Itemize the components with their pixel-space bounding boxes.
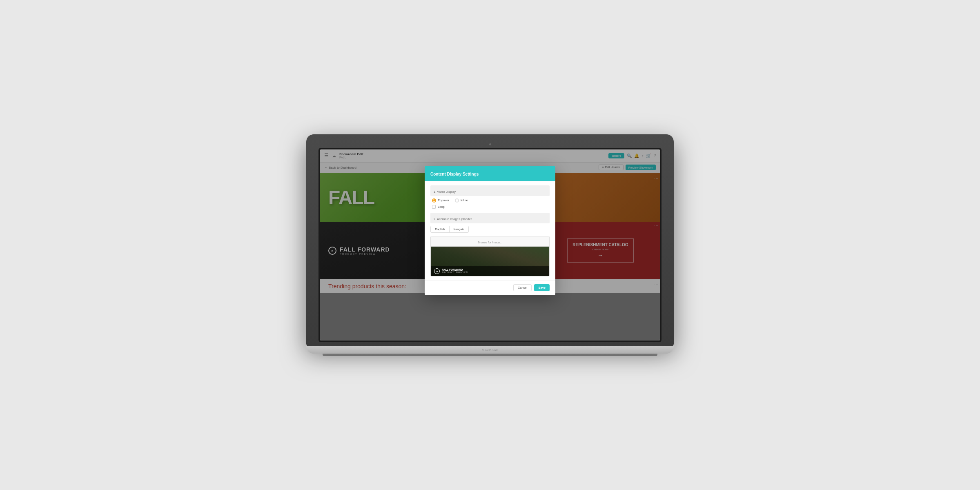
popover-radio-dot <box>432 198 436 203</box>
laptop-base <box>306 346 674 354</box>
preview-title: FALL FORWARD <box>442 268 468 271</box>
laptop-foot <box>323 354 657 356</box>
modal-header: Content Display Settings <box>425 166 555 181</box>
screen: ☰ ☁ Showroom Edit FALL Orders 🔍 🔔 ↑ 🛒 <box>320 149 660 341</box>
browse-label: Browse for Image... <box>478 241 503 244</box>
section2-header: 2. Alternate Image Uploader <box>430 213 550 223</box>
video-display-radio-group: Popover Inline <box>430 198 550 203</box>
popover-label: Popover <box>438 198 449 202</box>
screen-content: ☰ ☁ Showroom Edit FALL Orders 🔍 🔔 ↑ 🛒 <box>320 149 660 341</box>
modal-title: Content Display Settings <box>430 172 479 176</box>
tab-english[interactable]: English <box>431 226 450 232</box>
save-button[interactable]: Save <box>534 284 550 291</box>
popover-radio[interactable]: Popover <box>432 198 449 203</box>
modal-overlay: Content Display Settings 1. Video Displa… <box>320 149 660 341</box>
inline-label: Inline <box>461 198 468 202</box>
camera <box>489 143 491 145</box>
image-preview: ▶ FALL FORWARD PRODUCT PREVIEW <box>431 247 549 276</box>
cancel-button[interactable]: Cancel <box>513 284 532 291</box>
preview-play-icon: ▶ <box>434 268 440 274</box>
inline-radio[interactable]: Inline <box>455 198 468 203</box>
laptop-body: ☰ ☁ Showroom Edit FALL Orders 🔍 🔔 ↑ 🛒 <box>306 134 674 346</box>
loop-label: Loop <box>438 205 445 209</box>
modal-body: 1. Video Display Popover In <box>425 181 555 281</box>
section1-header: 1. Video Display <box>430 185 550 196</box>
section2-label: 2. Alternate Image Uploader <box>434 217 472 221</box>
preview-subtitle: PRODUCT PREVIEW <box>442 271 468 274</box>
browse-bar[interactable]: Browse for Image... <box>431 236 549 247</box>
preview-text: FALL FORWARD PRODUCT PREVIEW <box>442 268 468 274</box>
language-tabs: English français <box>430 226 469 233</box>
image-preview-overlay: ▶ FALL FORWARD PRODUCT PREVIEW <box>431 266 549 276</box>
loop-checkbox[interactable] <box>432 205 436 209</box>
inline-radio-dot <box>455 198 459 203</box>
image-upload-area: Browse for Image... ▶ <box>430 236 550 276</box>
screen-bezel: ☰ ☁ Showroom Edit FALL Orders 🔍 🔔 ↑ 🛒 <box>318 148 662 342</box>
loop-checkbox-row[interactable]: Loop <box>430 205 550 209</box>
modal-footer: Cancel Save <box>425 281 555 295</box>
tab-french[interactable]: français <box>450 226 468 232</box>
section1-label: 1. Video Display <box>434 190 456 194</box>
laptop: ☰ ☁ Showroom Edit FALL Orders 🔍 🔔 ↑ 🛒 <box>306 134 674 356</box>
section2: 2. Alternate Image Uploader English fran… <box>430 213 550 276</box>
content-display-settings-modal: Content Display Settings 1. Video Displa… <box>425 166 555 295</box>
